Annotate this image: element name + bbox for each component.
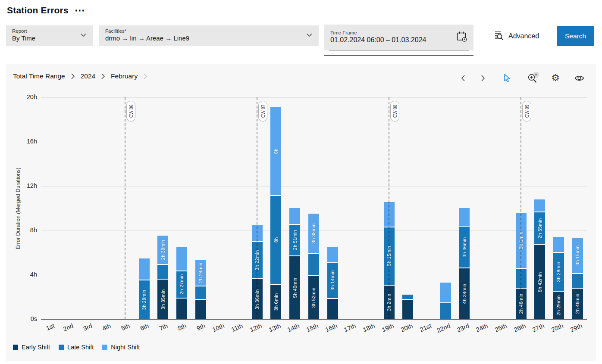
x-axis-line [41,319,587,320]
bar-segment-night-shift[interactable]: 2h 24min [195,260,206,286]
y-tick-label: 12h [10,182,37,189]
bar-segment-late-shift[interactable] [157,265,168,280]
time-frame-value: 01.02.2024 06:00 – 01.03.2024 [330,36,467,44]
bar-value-label: 2h 29min [556,296,561,316]
legend-swatch [13,345,18,350]
bar-segment-late-shift[interactable]: 2h 55min [534,212,545,245]
calendar-week-badge: CW 09 [522,101,531,121]
facilities-value: drmo → lin → Areae → Line9 [105,34,313,42]
calendar-week-line [125,97,125,319]
calendar-icon[interactable] [456,31,467,44]
chevron-down-icon [305,31,314,41]
legend-item-night-shift[interactable]: Night Shift [102,344,140,351]
page-header: Station Errors ⋯ [7,5,86,16]
bar-segment-night-shift[interactable] [534,199,545,212]
chart-card: Total Time Range 2024 February Y [6,64,596,361]
bar-value-label: 6h 42min [537,272,542,292]
bar-segment-early-shift[interactable]: 6h 42min [534,245,545,319]
calendar-week-line [389,97,389,319]
bar-segment-late-shift[interactable]: 3h 29min [553,253,564,292]
y-tick-label: 20h [10,93,37,100]
legend-item-early-shift[interactable]: Early Shift [13,344,50,351]
bar-segment-early-shift[interactable] [327,299,338,319]
bar-value-label: 3h 14min [330,271,335,291]
bar-value-label: 3h 38min [311,224,316,244]
bar-segment-early-shift[interactable]: 3h 6min [270,285,281,319]
bar-segment-night-shift[interactable] [553,237,564,253]
bar-value-label: 3h 29min [556,262,561,282]
facilities-label: Facilities* [105,28,313,34]
bar-segment-early-shift[interactable] [195,300,206,319]
calendar-week-label: CW 06 [129,105,133,118]
advanced-search-icon [493,30,505,43]
bar-segment-late-shift[interactable] [308,254,319,277]
bar-segment-early-shift[interactable]: 3h 35min [157,280,168,319]
bar-segment-late-shift[interactable] [402,295,413,300]
bar-segment-night-shift[interactable] [139,258,150,281]
bar-segment-late-shift[interactable]: 8h [270,196,281,285]
bar-value-label: 3h 46min [462,237,467,257]
y-gridline [41,142,587,142]
bar-value-label: 8h [273,237,279,243]
legend-label: Late Shift [67,344,94,351]
bar-segment-night-shift[interactable] [176,247,187,271]
advanced-button-label: Advanced [508,32,539,40]
bar-segment-early-shift[interactable]: 3h 52min [308,276,319,319]
calendar-week-label: CW 08 [392,105,397,118]
bar-segment-night-shift[interactable] [459,208,470,227]
y-tick-label: 4h [10,271,37,278]
bar-segment-early-shift[interactable]: 5h 40min [289,256,300,319]
bar-value-label: 2h 39min [160,240,166,260]
bar-segment-early-shift[interactable]: 2h 29min [553,292,564,319]
bar-value-label: 3h 6min [273,293,279,311]
bar-segment-night-shift[interactable]: 2h 39min [157,236,168,265]
chart-legend: Early Shift Late Shift Night Shift [13,344,140,351]
legend-label: Early Shift [22,344,50,351]
facilities-select[interactable]: Facilities* drmo → lin → Areae → Line9 [99,25,319,46]
y-tick-label: 0s [10,315,37,322]
bar-segment-late-shift[interactable] [195,286,206,300]
bar-segment-night-shift[interactable]: 3h 15min [572,238,583,274]
legend-swatch [102,345,107,350]
bar-segment-early-shift[interactable] [402,300,413,319]
legend-item-late-shift[interactable]: Late Shift [59,344,94,351]
report-select[interactable]: Report By Time [6,25,93,46]
bar-segment-late-shift[interactable]: 3h 14min [327,263,338,299]
calendar-week-label: CW 09 [524,105,529,118]
bar-value-label: 3h 15min [575,246,580,266]
bar-value-label: 2h 46min [575,294,580,314]
bar-value-label: 2h 27min [179,274,184,295]
calendar-week-badge: CW 06 [126,101,135,121]
calendar-week-badge: CW 08 [390,101,399,121]
bar-value-label: 2h 24min [198,263,203,283]
bar-segment-late-shift[interactable]: 3h 29min [139,280,150,319]
calendar-week-line [520,97,521,319]
y-gridline [41,97,587,98]
bar-segment-night-shift[interactable] [289,208,300,225]
calendar-week-badge: CW 07 [258,101,267,121]
more-menu-icon[interactable]: ⋯ [74,8,86,12]
bar-segment-night-shift[interactable]: 3h 38min [308,214,319,254]
bar-segment-early-shift[interactable]: 4h 34min [459,268,470,319]
time-frame-input[interactable]: Time Frame 01.02.2024 06:00 – 01.03.2024 [324,25,473,50]
bar-segment-late-shift[interactable] [572,274,583,289]
search-button[interactable]: Search [557,26,594,46]
page-title: Station Errors [7,5,69,16]
y-tick-label: 8h [10,227,37,233]
advanced-button[interactable]: Advanced [493,28,539,44]
chevron-down-icon [79,31,88,41]
report-value: By Time [12,34,87,42]
legend-label: Night Shift [111,344,140,351]
bar-segment-late-shift[interactable]: 3h 46min [459,227,470,268]
bar-segment-night-shift[interactable] [440,283,451,303]
bar-segment-night-shift[interactable]: 8h [270,107,281,196]
calendar-week-line [257,97,257,319]
time-frame-field-wrap: Time Frame 01.02.2024 06:00 – 01.03.2024 [324,25,473,56]
bar-value-label: 5h 40min [292,278,298,298]
bar-segment-late-shift[interactable]: 2h 27min [176,271,187,299]
bar-segment-night-shift[interactable] [327,247,338,263]
bar-segment-early-shift[interactable]: 2h 46min [572,289,583,319]
bar-segment-late-shift[interactable]: 2h 51min [289,225,300,256]
bar-segment-early-shift[interactable] [176,299,187,319]
bar-segment-late-shift[interactable] [440,303,451,319]
